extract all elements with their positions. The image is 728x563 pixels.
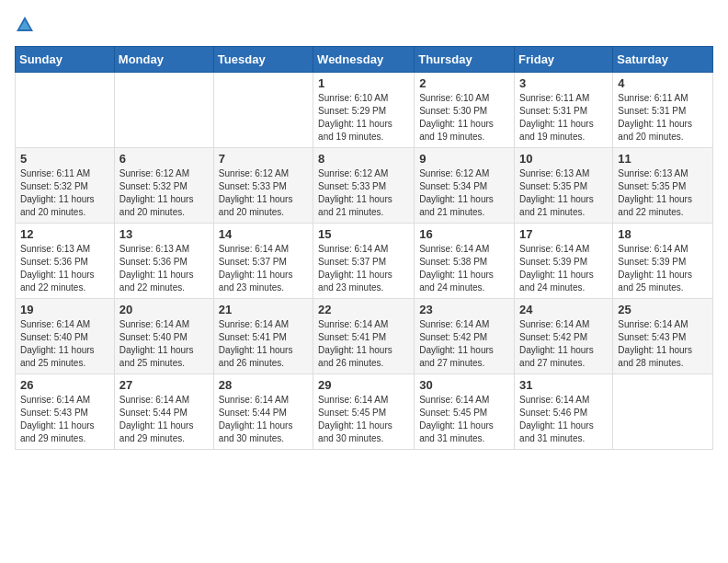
page-header <box>15 15 713 35</box>
day-number: 30 <box>419 378 509 392</box>
day-number: 29 <box>318 378 409 392</box>
calendar-cell: 2Sunrise: 6:10 AMSunset: 5:30 PMDaylight… <box>415 73 515 148</box>
day-info: Sunrise: 6:14 AMSunset: 5:45 PMDaylight:… <box>318 394 409 445</box>
day-info: Sunrise: 6:12 AMSunset: 5:34 PMDaylight:… <box>419 167 509 219</box>
day-info: Sunrise: 6:14 AMSunset: 5:44 PMDaylight:… <box>219 394 308 445</box>
day-info: Sunrise: 6:11 AMSunset: 5:32 PMDaylight:… <box>20 167 109 219</box>
calendar-cell: 11Sunrise: 6:13 AMSunset: 5:35 PMDayligh… <box>613 148 713 224</box>
calendar-cell: 14Sunrise: 6:14 AMSunset: 5:37 PMDayligh… <box>213 224 313 299</box>
calendar-cell: 13Sunrise: 6:13 AMSunset: 5:36 PMDayligh… <box>114 224 213 299</box>
day-info: Sunrise: 6:14 AMSunset: 5:41 PMDaylight:… <box>219 318 308 370</box>
day-number: 16 <box>419 227 509 241</box>
day-info: Sunrise: 6:14 AMSunset: 5:42 PMDaylight:… <box>519 318 608 370</box>
day-number: 13 <box>119 227 209 241</box>
calendar-week-row: 26Sunrise: 6:14 AMSunset: 5:43 PMDayligh… <box>16 374 713 450</box>
calendar-cell: 27Sunrise: 6:14 AMSunset: 5:44 PMDayligh… <box>114 374 213 450</box>
day-info: Sunrise: 6:14 AMSunset: 5:40 PMDaylight:… <box>20 318 109 370</box>
column-header-tuesday: Tuesday <box>213 47 313 73</box>
calendar-cell: 3Sunrise: 6:11 AMSunset: 5:31 PMDaylight… <box>515 73 613 148</box>
day-number: 20 <box>119 303 209 316</box>
logo <box>15 15 39 35</box>
calendar-cell: 19Sunrise: 6:14 AMSunset: 5:40 PMDayligh… <box>16 299 115 374</box>
day-number: 22 <box>318 303 409 316</box>
day-number: 4 <box>618 76 708 90</box>
day-info: Sunrise: 6:14 AMSunset: 5:40 PMDaylight:… <box>119 318 209 370</box>
calendar-cell: 1Sunrise: 6:10 AMSunset: 5:29 PMDaylight… <box>313 73 415 148</box>
calendar-table: SundayMondayTuesdayWednesdayThursdayFrid… <box>15 46 713 450</box>
general-blue-icon <box>15 15 35 35</box>
day-number: 7 <box>219 152 308 166</box>
day-info: Sunrise: 6:12 AMSunset: 5:33 PMDaylight:… <box>318 167 409 219</box>
calendar-cell: 25Sunrise: 6:14 AMSunset: 5:43 PMDayligh… <box>613 299 713 374</box>
calendar-cell: 30Sunrise: 6:14 AMSunset: 5:45 PMDayligh… <box>415 374 515 450</box>
day-number: 5 <box>20 152 109 166</box>
day-info: Sunrise: 6:10 AMSunset: 5:29 PMDaylight:… <box>318 92 409 144</box>
day-info: Sunrise: 6:14 AMSunset: 5:46 PMDaylight:… <box>519 394 608 445</box>
day-info: Sunrise: 6:13 AMSunset: 5:35 PMDaylight:… <box>618 167 708 219</box>
calendar-cell <box>114 73 213 148</box>
calendar-cell: 5Sunrise: 6:11 AMSunset: 5:32 PMDaylight… <box>16 148 115 224</box>
column-header-monday: Monday <box>114 47 213 73</box>
calendar-cell: 23Sunrise: 6:14 AMSunset: 5:42 PMDayligh… <box>415 299 515 374</box>
calendar-cell: 29Sunrise: 6:14 AMSunset: 5:45 PMDayligh… <box>313 374 415 450</box>
day-info: Sunrise: 6:13 AMSunset: 5:36 PMDaylight:… <box>119 243 209 294</box>
calendar-cell: 26Sunrise: 6:14 AMSunset: 5:43 PMDayligh… <box>16 374 115 450</box>
day-number: 6 <box>119 152 209 166</box>
day-info: Sunrise: 6:14 AMSunset: 5:42 PMDaylight:… <box>419 318 509 370</box>
calendar-cell <box>16 73 115 148</box>
day-info: Sunrise: 6:14 AMSunset: 5:37 PMDaylight:… <box>219 243 308 294</box>
column-header-thursday: Thursday <box>415 47 515 73</box>
calendar-cell: 10Sunrise: 6:13 AMSunset: 5:35 PMDayligh… <box>515 148 613 224</box>
calendar-cell: 24Sunrise: 6:14 AMSunset: 5:42 PMDayligh… <box>515 299 613 374</box>
calendar-week-row: 1Sunrise: 6:10 AMSunset: 5:29 PMDaylight… <box>16 73 713 148</box>
column-header-wednesday: Wednesday <box>313 47 415 73</box>
day-number: 18 <box>618 227 708 241</box>
calendar-cell: 6Sunrise: 6:12 AMSunset: 5:32 PMDaylight… <box>114 148 213 224</box>
day-number: 12 <box>20 227 109 241</box>
calendar-cell <box>613 374 713 450</box>
day-number: 23 <box>419 303 509 316</box>
day-number: 11 <box>618 152 708 166</box>
day-info: Sunrise: 6:13 AMSunset: 5:35 PMDaylight:… <box>519 167 608 219</box>
day-number: 8 <box>318 152 409 166</box>
calendar-cell: 22Sunrise: 6:14 AMSunset: 5:41 PMDayligh… <box>313 299 415 374</box>
day-number: 1 <box>318 76 409 90</box>
day-info: Sunrise: 6:14 AMSunset: 5:38 PMDaylight:… <box>419 243 509 294</box>
day-info: Sunrise: 6:14 AMSunset: 5:39 PMDaylight:… <box>618 243 708 294</box>
day-number: 26 <box>20 378 109 392</box>
calendar-cell: 31Sunrise: 6:14 AMSunset: 5:46 PMDayligh… <box>515 374 613 450</box>
calendar-cell: 8Sunrise: 6:12 AMSunset: 5:33 PMDaylight… <box>313 148 415 224</box>
calendar-cell: 7Sunrise: 6:12 AMSunset: 5:33 PMDaylight… <box>213 148 313 224</box>
calendar-header-row: SundayMondayTuesdayWednesdayThursdayFrid… <box>16 47 713 73</box>
day-info: Sunrise: 6:11 AMSunset: 5:31 PMDaylight:… <box>519 92 608 144</box>
day-number: 25 <box>618 303 708 316</box>
calendar-week-row: 5Sunrise: 6:11 AMSunset: 5:32 PMDaylight… <box>16 148 713 224</box>
day-info: Sunrise: 6:12 AMSunset: 5:32 PMDaylight:… <box>119 167 209 219</box>
day-number: 15 <box>318 227 409 241</box>
day-info: Sunrise: 6:14 AMSunset: 5:37 PMDaylight:… <box>318 243 409 294</box>
day-number: 10 <box>519 152 608 166</box>
calendar-cell: 16Sunrise: 6:14 AMSunset: 5:38 PMDayligh… <box>415 224 515 299</box>
column-header-sunday: Sunday <box>16 47 115 73</box>
day-number: 27 <box>119 378 209 392</box>
day-info: Sunrise: 6:10 AMSunset: 5:30 PMDaylight:… <box>419 92 509 144</box>
calendar-cell: 28Sunrise: 6:14 AMSunset: 5:44 PMDayligh… <box>213 374 313 450</box>
day-info: Sunrise: 6:11 AMSunset: 5:31 PMDaylight:… <box>618 92 708 144</box>
day-number: 31 <box>519 378 608 392</box>
day-number: 14 <box>219 227 308 241</box>
day-info: Sunrise: 6:12 AMSunset: 5:33 PMDaylight:… <box>219 167 308 219</box>
calendar-week-row: 12Sunrise: 6:13 AMSunset: 5:36 PMDayligh… <box>16 224 713 299</box>
calendar-cell: 15Sunrise: 6:14 AMSunset: 5:37 PMDayligh… <box>313 224 415 299</box>
column-header-friday: Friday <box>515 47 613 73</box>
day-number: 19 <box>20 303 109 316</box>
calendar-cell: 18Sunrise: 6:14 AMSunset: 5:39 PMDayligh… <box>613 224 713 299</box>
calendar-cell: 17Sunrise: 6:14 AMSunset: 5:39 PMDayligh… <box>515 224 613 299</box>
day-info: Sunrise: 6:13 AMSunset: 5:36 PMDaylight:… <box>20 243 109 294</box>
day-number: 21 <box>219 303 308 316</box>
day-info: Sunrise: 6:14 AMSunset: 5:45 PMDaylight:… <box>419 394 509 445</box>
day-info: Sunrise: 6:14 AMSunset: 5:43 PMDaylight:… <box>20 394 109 445</box>
day-info: Sunrise: 6:14 AMSunset: 5:39 PMDaylight:… <box>519 243 608 294</box>
day-number: 17 <box>519 227 608 241</box>
calendar-cell: 21Sunrise: 6:14 AMSunset: 5:41 PMDayligh… <box>213 299 313 374</box>
column-header-saturday: Saturday <box>613 47 713 73</box>
